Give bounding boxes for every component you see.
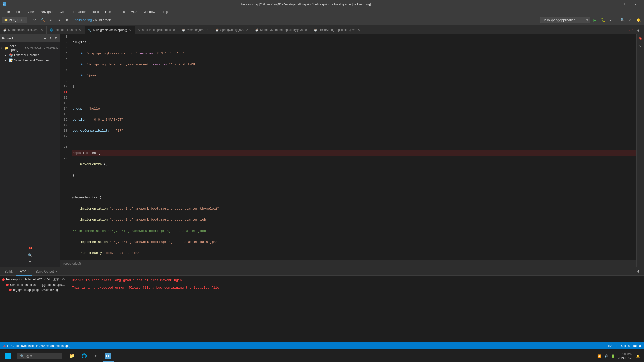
- indent-info[interactable]: Tab: 8: [633, 344, 641, 348]
- start-button[interactable]: [0, 350, 15, 362]
- breadcrumb-file[interactable]: build.gradle: [95, 18, 112, 22]
- close-button[interactable]: ✕: [630, 0, 641, 8]
- status-left: ⚠ 1 Gradle sync failed in 369 ms (moment…: [3, 344, 603, 348]
- taskbar-network-icon: 📶: [597, 354, 601, 358]
- sync-tab-close[interactable]: ✕: [27, 269, 30, 273]
- taskbar-clock[interactable]: 오후 3:18 2024-07-25: [618, 352, 633, 360]
- tree-item-scratches[interactable]: ▸ 📝 Scratches and Consoles: [0, 58, 60, 63]
- build-item-project[interactable]: hello-spring: failed At 2024-07-25 오후 4:…: [0, 277, 68, 282]
- notification-button[interactable]: 🔔: [635, 17, 642, 24]
- build-item-error2[interactable]: org.gradle.api.plugins.MavenPlugin: [0, 287, 68, 292]
- run-button[interactable]: ▶: [591, 17, 598, 24]
- code-line: version = '0.0.1-SNAPSHOT': [72, 117, 636, 123]
- structure-icon[interactable]: ≡: [28, 260, 32, 265]
- debug-button[interactable]: 🐛: [599, 17, 607, 24]
- java-icon: ☕: [182, 28, 185, 32]
- menu-item-window[interactable]: Window: [141, 9, 158, 15]
- menu-item-vcs[interactable]: VCS: [128, 9, 140, 15]
- code-line: implementation 'org.springframework.boot…: [72, 206, 636, 212]
- close-panel-btn[interactable]: ✕: [637, 43, 644, 49]
- run-config-selector[interactable]: HelloSpringApplication ▾: [540, 17, 590, 23]
- tab-close-btn[interactable]: ✕: [78, 28, 82, 32]
- code-content[interactable]: plugins { id 'org.springframework.boot' …: [70, 34, 636, 260]
- encoding[interactable]: UTF-8: [621, 344, 630, 348]
- build-output-tab-close[interactable]: ✕: [55, 270, 58, 273]
- menu-item-file[interactable]: File: [2, 9, 12, 15]
- line-num: 15: [62, 112, 67, 117]
- cursor-position[interactable]: 11:2: [606, 344, 612, 348]
- tab-membercontroller[interactable]: ☕ MemberController.java ✕: [0, 26, 47, 34]
- tab-build[interactable]: Build:: [2, 267, 15, 276]
- menu-item-view[interactable]: View: [25, 9, 37, 15]
- tab-close-btn[interactable]: ✕: [129, 28, 132, 32]
- taskbar-explorer[interactable]: 📁: [66, 351, 77, 362]
- bottom-panel: Build: Sync ✕ Build Output ✕ ⚙ hello-spr…: [0, 267, 644, 342]
- tab-hellospringapp[interactable]: ☕ HelloSpringApplication.java ✕: [311, 26, 364, 34]
- tab-application-properties[interactable]: ⚙ application.properties ✕: [135, 26, 179, 34]
- menu-item-code[interactable]: Code: [57, 9, 70, 15]
- tab-build-output[interactable]: Build Output ✕: [33, 267, 60, 276]
- tab-sync[interactable]: Sync ✕: [16, 267, 32, 276]
- menu-item-build[interactable]: Build: [89, 9, 102, 15]
- minimize-button[interactable]: ─: [606, 0, 617, 8]
- settings-button[interactable]: ⚙: [627, 17, 634, 24]
- code-editor: 1 2 3 4 5 6 7 8 9 10 11 12 13 14 15 16 1…: [60, 34, 636, 267]
- line-ending[interactable]: LF: [615, 344, 618, 348]
- taskbar-edge[interactable]: 🌐: [78, 351, 90, 362]
- maximize-button[interactable]: □: [618, 0, 629, 8]
- breadcrumb-project[interactable]: hello-spring: [75, 18, 92, 22]
- search-icon[interactable]: 🔍: [27, 253, 33, 258]
- build-output: Unable to load class 'org.gradle.api.plu…: [68, 276, 644, 342]
- tab-settings-btn[interactable]: ⚙: [635, 27, 642, 34]
- menu-item-tools[interactable]: Tools: [115, 9, 127, 15]
- coverage-button[interactable]: 🛡: [608, 17, 615, 24]
- bottom-settings-btn[interactable]: ⚙: [635, 268, 642, 275]
- tab-memorymemberrepository[interactable]: ☕ MemoryMemberRepository.java ✕: [252, 26, 311, 34]
- tree-item-project[interactable]: ▾ 📁 hello-spring C:\Users\swj01\Desktop\…: [0, 43, 60, 52]
- tab-close-btn[interactable]: ✕: [172, 28, 176, 32]
- sidebar-settings-btn[interactable]: ⚙: [54, 36, 58, 41]
- status-bar: ⚠ 1 Gradle sync failed in 369 ms (moment…: [0, 342, 644, 349]
- build-btn[interactable]: 🔨: [39, 17, 47, 24]
- menu-item-run[interactable]: Run: [103, 9, 114, 15]
- bottom-content: hello-spring: failed At 2024-07-25 오후 4:…: [0, 276, 644, 342]
- tab-close-btn[interactable]: ✕: [246, 28, 249, 32]
- project-selector[interactable]: 📁 Project ▾: [2, 17, 27, 23]
- menu-item-refactor[interactable]: Refactor: [71, 9, 88, 15]
- window-title: hello-spring [C:\Users\swj01\Desktop\hel…: [9, 2, 603, 6]
- collapse-btn[interactable]: ⇐: [48, 17, 55, 24]
- tab-close-btn[interactable]: ✕: [40, 28, 43, 32]
- tree-item-external-libs[interactable]: ▸ 📚 External Libraries: [0, 52, 60, 58]
- warning-icon[interactable]: ⚠ 1: [3, 344, 8, 348]
- sync-btn[interactable]: ⟳: [31, 17, 38, 24]
- code-scroll[interactable]: 1 2 3 4 5 6 7 8 9 10 11 12 13 14 15 16 1…: [60, 34, 636, 260]
- code-line: [72, 95, 636, 101]
- bookmarks-btn[interactable]: 🔖: [637, 35, 644, 42]
- search-button[interactable]: 🔍: [619, 17, 626, 24]
- expand-btn[interactable]: ⇒: [56, 17, 63, 24]
- pin-icon[interactable]: 📌: [26, 244, 34, 252]
- taskbar-intellij[interactable]: IJ: [103, 351, 114, 362]
- tab-member[interactable]: ☕ Member.java ✕: [179, 26, 212, 34]
- tab-close-btn[interactable]: ✕: [357, 28, 360, 32]
- build-item-error1[interactable]: Unable to load class 'org.gradle.api.plu…: [0, 282, 68, 287]
- taskbar-search[interactable]: 🔍 검색: [17, 353, 62, 359]
- settings-btn[interactable]: ⚙: [64, 17, 71, 24]
- tab-springconfig[interactable]: ☕ SpringConfig.java ✕: [212, 26, 252, 34]
- svg-text:IJ: IJ: [106, 354, 109, 358]
- error-indicator: [2, 278, 5, 281]
- tab-close-btn[interactable]: ✕: [206, 28, 209, 32]
- code-breadcrumb-text: repositories{}: [63, 262, 81, 265]
- sidebar-expand-btn[interactable]: ↕: [48, 36, 52, 41]
- menu-item-edit[interactable]: Edit: [13, 9, 24, 15]
- menu-item-help[interactable]: Help: [159, 9, 171, 15]
- taskbar-notification-icon[interactable]: 🔔: [636, 354, 640, 358]
- tab-memberlist[interactable]: 🌐 memberList.html ✕: [47, 26, 85, 34]
- sidebar-collapse-btn[interactable]: ⟵: [43, 36, 47, 41]
- tab-close-btn[interactable]: ✕: [304, 28, 308, 32]
- taskbar-chrome[interactable]: ⚙: [91, 351, 102, 362]
- java-icon: ☕: [215, 28, 219, 32]
- menu-item-navigate[interactable]: Navigate: [38, 9, 56, 15]
- tab-buildgradle[interactable]: 🔧 build.gradle (hello-spring) ✕: [85, 26, 135, 34]
- code-line: id 'java': [72, 73, 636, 78]
